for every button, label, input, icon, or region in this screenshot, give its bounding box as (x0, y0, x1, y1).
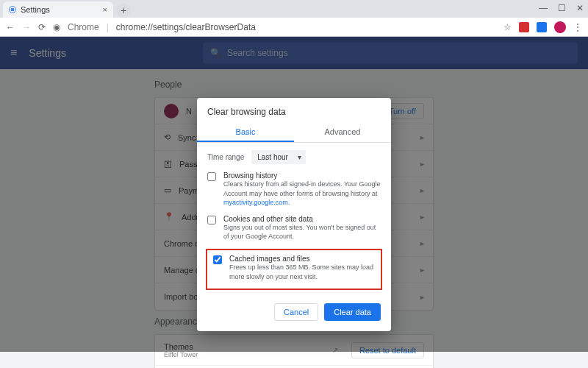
close-window-icon[interactable]: ✕ (576, 3, 584, 13)
address-bar: ← → ⟳ ◉ Chrome | chrome://settings/clear… (0, 18, 588, 37)
time-range-label: Time range (207, 153, 244, 161)
checkbox-cookies[interactable] (207, 216, 216, 224)
extension-icon-1[interactable] (519, 22, 529, 32)
window-controls: — ☐ ✕ (534, 0, 588, 16)
url-prefix: Chrome (68, 22, 99, 32)
myactivity-link[interactable]: myactivity.google.com (223, 199, 288, 206)
site-info-icon[interactable]: ◉ (53, 22, 60, 32)
tab-basic[interactable]: Basic (197, 123, 294, 142)
tab-advanced[interactable]: Advanced (294, 123, 391, 142)
checkbox-cache[interactable] (213, 255, 222, 264)
extension-icon-2[interactable] (537, 22, 547, 32)
forward-icon[interactable]: → (22, 22, 31, 32)
bookmark-icon[interactable]: ☆ (503, 22, 512, 32)
back-icon[interactable]: ← (6, 22, 15, 32)
tab-title: Settings (21, 5, 50, 14)
settings-page: ≡ Settings 🔍 Search settings People N Tu… (0, 37, 588, 352)
menu-icon[interactable]: ⋮ (573, 22, 582, 32)
url-field[interactable]: chrome://settings/clearBrowserData (116, 22, 496, 32)
clear-browsing-data-dialog: Clear browsing data Basic Advanced Time … (197, 98, 391, 331)
new-tab-button[interactable]: + (116, 3, 131, 18)
browser-tab-strip: Settings × + (0, 0, 588, 18)
option-browsing-history[interactable]: Browsing history Clears history from all… (207, 171, 381, 208)
cancel-button[interactable]: Cancel (274, 303, 318, 321)
maximize-icon[interactable]: ☐ (558, 3, 566, 13)
option-cookies[interactable]: Cookies and other site data Signs you ou… (207, 215, 381, 241)
clear-data-button[interactable]: Clear data (324, 303, 381, 321)
gear-icon (9, 6, 16, 13)
profile-avatar[interactable] (554, 21, 566, 33)
close-tab-icon[interactable]: × (103, 5, 107, 14)
dialog-title: Clear browsing data (197, 98, 391, 123)
checkbox-browsing-history[interactable] (207, 172, 216, 181)
highlighted-option: Cached images and files Frees up less th… (206, 249, 382, 290)
option-cache[interactable]: Cached images and files Frees up less th… (213, 255, 375, 281)
dialog-tabs: Basic Advanced (197, 123, 391, 143)
minimize-icon[interactable]: — (539, 3, 548, 13)
reload-icon[interactable]: ⟳ (38, 22, 46, 32)
browser-tab[interactable]: Settings × (3, 1, 113, 18)
time-range-select[interactable]: Last hour (251, 150, 306, 164)
